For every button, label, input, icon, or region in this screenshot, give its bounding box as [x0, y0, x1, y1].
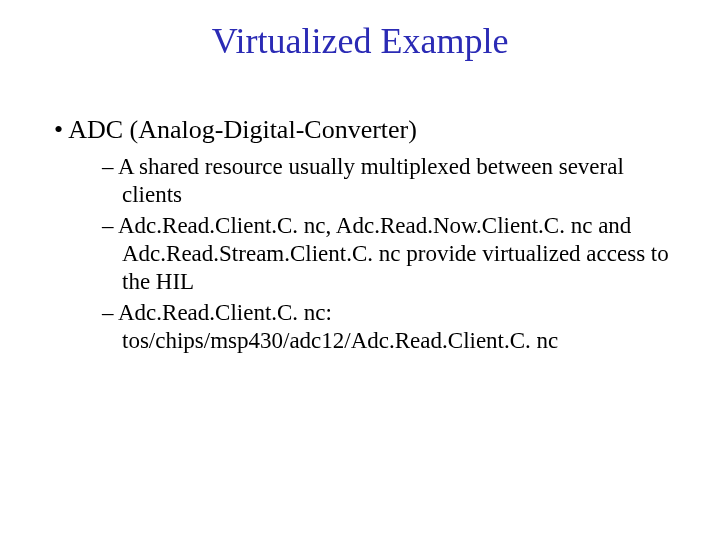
bullet-level-2: Adc.Read.Client.C. nc, Adc.Read.Now.Clie… — [102, 212, 680, 295]
slide-body: ADC (Analog-Digital-Converter) A shared … — [54, 114, 680, 358]
slide: Virtualized Example ADC (Analog-Digital-… — [0, 0, 720, 540]
sub-bullets: A shared resource usually multiplexed be… — [102, 153, 680, 354]
bullet-level-2: A shared resource usually multiplexed be… — [102, 153, 680, 208]
bullet-level-2: Adc.Read.Client.C. nc: tos/chips/msp430/… — [102, 299, 680, 354]
slide-title: Virtualized Example — [0, 20, 720, 62]
bullet-level-1: ADC (Analog-Digital-Converter) — [54, 114, 680, 145]
